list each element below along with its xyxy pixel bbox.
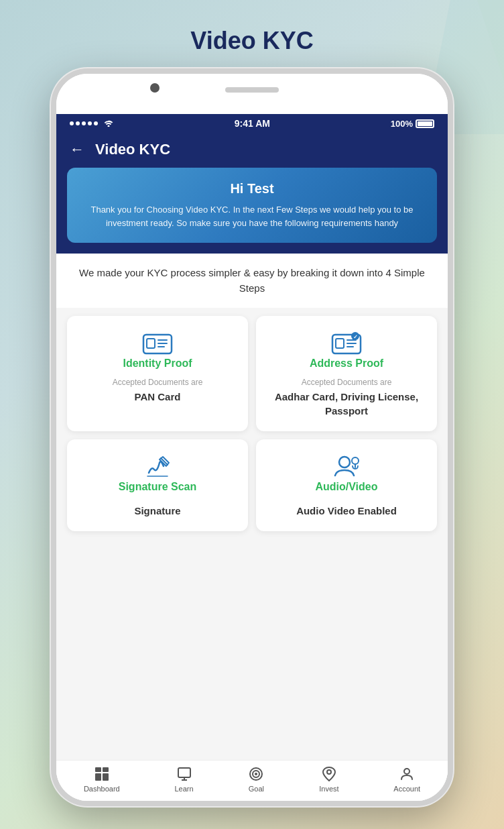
signature-scan-card[interactable]: Signature Scan Signature [67, 439, 248, 531]
signature-scan-icon [141, 453, 174, 481]
wifi-icon [103, 118, 114, 129]
greeting-banner: Hi Test Thank you for Choosing Video KYC… [67, 168, 437, 243]
svg-point-28 [327, 770, 331, 774]
svg-point-15 [339, 457, 350, 467]
app-header-title: Video KYC [95, 141, 170, 158]
status-bar: 9:41 AM 100% [56, 114, 448, 133]
svg-point-16 [352, 457, 359, 464]
identity-proof-icon [141, 329, 174, 357]
nav-learn-label: Learn [175, 785, 194, 793]
app-header: ← Video KYC Hi Test Thank you for Choosi… [56, 133, 448, 254]
status-right: 100% [391, 119, 434, 129]
content-area: We made your KYC process simpler & easy … [56, 254, 448, 760]
audio-video-docs: Audio Video Enabled [296, 504, 397, 518]
page-title: Video KYC [190, 27, 313, 55]
battery-percent: 100% [391, 119, 413, 129]
nav-learn[interactable]: Learn [175, 766, 194, 793]
phone-speaker [225, 87, 279, 93]
app-header-bar: ← Video KYC [56, 133, 448, 169]
svg-point-29 [404, 769, 410, 774]
invest-icon [321, 766, 337, 782]
cards-grid: Identity Proof Accepted Documents are PA… [56, 308, 448, 539]
svg-rect-8 [336, 339, 344, 348]
nav-invest[interactable]: Invest [319, 766, 338, 793]
audio-video-title: Audio/Video [315, 481, 377, 493]
greeting-title: Hi Test [83, 181, 421, 197]
signal-dot [70, 121, 74, 125]
signal-dot [82, 121, 86, 125]
nav-dashboard-label: Dashboard [84, 785, 120, 793]
svg-rect-3 [147, 339, 155, 348]
status-time: 9:41 AM [235, 118, 270, 129]
back-button[interactable]: ← [70, 141, 84, 158]
svg-rect-20 [95, 773, 101, 781]
svg-rect-2 [143, 335, 172, 353]
steps-description: We made your KYC process simpler & easy … [56, 254, 448, 308]
signal-dot [94, 121, 98, 125]
battery-icon [416, 119, 434, 128]
signal-dot [88, 121, 92, 125]
nav-account-label: Account [393, 785, 420, 793]
svg-rect-22 [178, 768, 190, 777]
greeting-subtitle: Thank you for Choosing Video KYC. In the… [83, 203, 421, 229]
address-proof-icon: ✓ [330, 329, 363, 357]
nav-invest-label: Invest [319, 785, 338, 793]
account-icon [399, 766, 415, 782]
svg-rect-21 [103, 773, 109, 781]
svg-point-27 [255, 773, 257, 775]
identity-proof-title: Identity Proof [123, 357, 192, 370]
bottom-nav: Dashboard Learn Goal [56, 760, 448, 801]
signature-scan-docs: Signature [134, 504, 180, 518]
status-left [70, 118, 114, 129]
svg-rect-18 [95, 767, 101, 772]
address-proof-card[interactable]: ✓ Address Proof Accepted Documents are A… [256, 316, 437, 431]
signature-scan-title: Signature Scan [119, 481, 196, 493]
goal-icon [248, 766, 264, 782]
phone-top [56, 74, 448, 114]
nav-account[interactable]: Account [393, 766, 420, 793]
battery-fill [418, 121, 432, 126]
phone-camera [150, 83, 160, 93]
svg-text:✓: ✓ [353, 334, 358, 340]
identity-proof-card[interactable]: Identity Proof Accepted Documents are PA… [67, 316, 248, 431]
dashboard-icon [94, 766, 110, 782]
identity-proof-docs: PAN Card [135, 390, 181, 404]
phone-frame: 9:41 AM 100% ← Video KYC Hi Test Thank [51, 68, 453, 806]
audio-video-icon [330, 453, 363, 481]
nav-dashboard[interactable]: Dashboard [84, 766, 120, 793]
svg-rect-19 [103, 767, 109, 772]
nav-goal-label: Goal [249, 785, 264, 793]
audio-video-card[interactable]: Audio/Video Audio Video Enabled [256, 439, 437, 531]
signal-dots [70, 121, 98, 125]
learn-icon [176, 766, 192, 782]
identity-proof-accepted-label: Accepted Documents are [113, 378, 203, 387]
nav-goal[interactable]: Goal [248, 766, 264, 793]
address-proof-docs: Aadhar Card, Driving License, Passport [267, 390, 426, 418]
address-proof-accepted-label: Accepted Documents are [302, 378, 392, 387]
signal-dot [76, 121, 80, 125]
address-proof-title: Address Proof [310, 357, 383, 370]
